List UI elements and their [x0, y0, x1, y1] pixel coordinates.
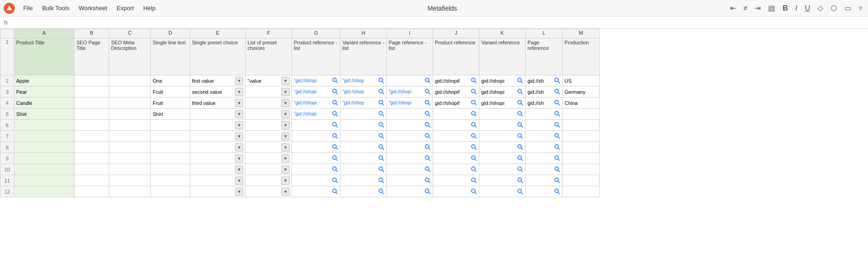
search-icon-12-11[interactable] [554, 188, 560, 195]
cell-9-5[interactable]: ▼ [246, 153, 292, 164]
cell-9-8[interactable] [387, 153, 433, 164]
cell-11-10[interactable] [479, 175, 526, 186]
search-icon-4-9[interactable] [471, 99, 477, 107]
search-icon-10-7[interactable] [378, 166, 384, 173]
cell-12-7[interactable] [341, 186, 387, 197]
cell-10-0[interactable] [14, 164, 74, 175]
search-icon-4-11[interactable] [554, 99, 560, 107]
cell-2-10[interactable]: gid://shopi [479, 75, 526, 86]
cell-11-6[interactable] [292, 175, 341, 186]
col-header-D[interactable]: D [151, 29, 190, 38]
cell-4-8[interactable]: "gid://shopi [387, 98, 433, 109]
col-header-L[interactable]: L [526, 29, 563, 38]
col-header-J[interactable]: J [433, 29, 479, 38]
cell-9-10[interactable] [479, 153, 526, 164]
cell-5-12[interactable] [563, 109, 600, 120]
search-icon-4-7[interactable] [378, 99, 384, 107]
cell-6-12[interactable] [563, 120, 600, 131]
dropdown-btn-9-5[interactable]: ▼ [281, 154, 290, 163]
search-icon-6-10[interactable] [517, 122, 523, 129]
dropdown-btn-5-4[interactable]: ▼ [235, 110, 243, 118]
cell-12-11[interactable] [526, 186, 563, 197]
cell-9-7[interactable] [341, 153, 387, 164]
cell-8-3[interactable] [151, 142, 190, 153]
filter-icon[interactable]: ▿ [857, 3, 864, 13]
fill-icon[interactable]: ⬡ [829, 3, 839, 13]
cell-12-10[interactable] [479, 186, 526, 197]
cell-11-3[interactable] [151, 175, 190, 186]
search-icon-2-11[interactable] [554, 77, 560, 85]
search-icon-12-6[interactable] [332, 188, 338, 195]
cell-2-3[interactable]: One [151, 75, 190, 86]
search-icon-10-11[interactable] [554, 166, 560, 173]
search-icon-11-6[interactable] [332, 177, 338, 184]
search-icon-5-8[interactable] [424, 110, 431, 118]
search-icon-8-6[interactable] [332, 144, 338, 151]
search-icon-3-11[interactable] [554, 88, 560, 96]
search-icon-5-10[interactable] [517, 110, 523, 118]
menu-file[interactable]: File [22, 3, 34, 13]
cell-5-1[interactable] [74, 109, 109, 120]
cell-10-11[interactable] [526, 164, 563, 175]
search-icon-10-9[interactable] [471, 166, 477, 173]
cell-12-2[interactable] [109, 186, 151, 197]
search-icon-8-10[interactable] [517, 144, 523, 151]
search-icon-2-9[interactable] [471, 77, 477, 85]
cell-7-0[interactable] [14, 131, 74, 142]
search-icon-2-6[interactable] [332, 77, 338, 85]
cell-6-9[interactable] [433, 120, 479, 131]
dropdown-btn-4-5[interactable]: ▼ [281, 99, 290, 107]
search-icon-4-10[interactable] [517, 99, 523, 107]
search-icon-2-10[interactable] [517, 77, 523, 85]
cell-5-10[interactable] [479, 109, 526, 120]
dropdown-btn-11-4[interactable]: ▼ [235, 177, 243, 185]
search-icon-11-11[interactable] [554, 177, 560, 184]
cell-5-7[interactable] [341, 109, 387, 120]
search-icon-12-9[interactable] [471, 188, 477, 195]
search-icon-7-8[interactable] [424, 133, 431, 140]
cell-4-3[interactable]: Fruit [151, 98, 190, 109]
cell-11-11[interactable] [526, 175, 563, 186]
search-icon-9-11[interactable] [554, 155, 560, 162]
cell-10-4[interactable]: ▼ [190, 164, 246, 175]
search-icon-3-10[interactable] [517, 88, 523, 96]
cell-10-12[interactable] [563, 164, 600, 175]
cell-6-8[interactable] [387, 120, 433, 131]
dropdown-btn-10-4[interactable]: ▼ [235, 165, 243, 174]
dropdown-btn-7-5[interactable]: ▼ [281, 132, 290, 140]
cell-8-5[interactable]: ▼ [246, 142, 292, 153]
align-right-icon[interactable]: ⇥ [753, 3, 763, 13]
cell-10-2[interactable] [109, 164, 151, 175]
cell-4-1[interactable] [74, 98, 109, 109]
cell-11-4[interactable]: ▼ [190, 175, 246, 186]
dropdown-btn-6-4[interactable]: ▼ [235, 121, 243, 129]
search-icon-9-6[interactable] [332, 155, 338, 162]
cell-2-1[interactable] [74, 75, 109, 86]
cell-7-8[interactable] [387, 131, 433, 142]
col-header-I[interactable]: I [387, 29, 433, 38]
cell-11-2[interactable] [109, 175, 151, 186]
cell-6-1[interactable] [74, 120, 109, 131]
cell-8-9[interactable] [433, 142, 479, 153]
cell-12-3[interactable] [151, 186, 190, 197]
cell-7-1[interactable] [74, 131, 109, 142]
cell-12-5[interactable]: ▼ [246, 186, 292, 197]
col-header-K[interactable]: K [479, 29, 526, 38]
cell-8-12[interactable] [563, 142, 600, 153]
cell-11-7[interactable] [341, 175, 387, 186]
align-center-icon[interactable]: ≠ [742, 3, 750, 13]
search-icon-7-10[interactable] [517, 133, 523, 140]
cell-8-8[interactable] [387, 142, 433, 153]
bold-icon[interactable]: B [781, 3, 790, 13]
cell-3-0[interactable]: Pear [14, 86, 74, 98]
cell-10-5[interactable]: ▼ [246, 164, 292, 175]
cell-12-0[interactable] [14, 186, 74, 197]
border-icon[interactable]: ▭ [843, 3, 853, 13]
search-icon-4-6[interactable] [332, 99, 338, 107]
cell-2-8[interactable] [387, 75, 433, 86]
search-icon-2-7[interactable] [378, 77, 384, 85]
search-icon-7-9[interactable] [471, 133, 477, 140]
cell-6-6[interactable] [292, 120, 341, 131]
search-icon-8-11[interactable] [554, 144, 560, 151]
search-icon-3-6[interactable] [332, 88, 338, 96]
